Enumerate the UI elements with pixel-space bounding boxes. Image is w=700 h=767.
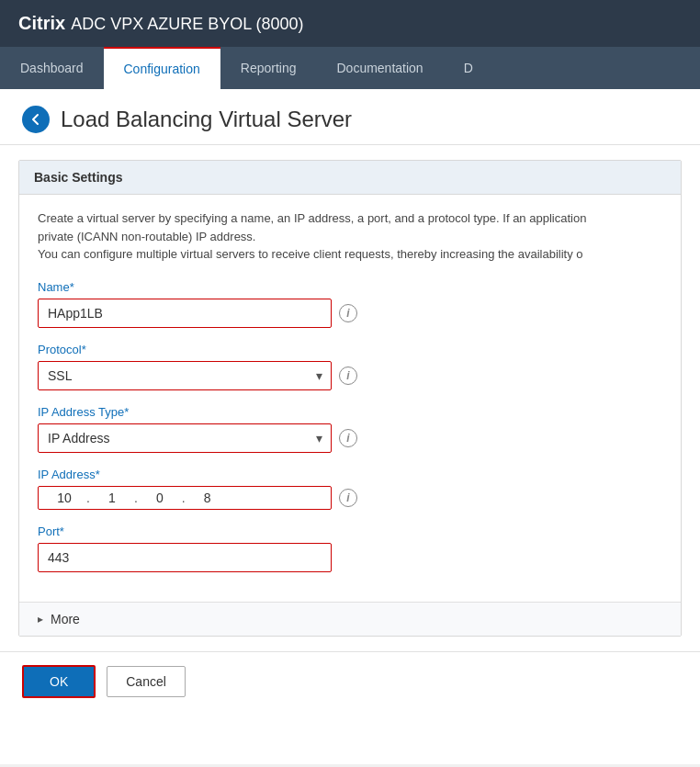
- back-arrow-icon: [28, 112, 43, 127]
- tab-reporting[interactable]: Reporting: [220, 47, 317, 89]
- ip-octet-4[interactable]: [189, 491, 226, 505]
- protocol-field-row: SSL HTTP HTTPS TCP UDP i: [38, 361, 662, 390]
- cancel-button[interactable]: Cancel: [107, 666, 186, 697]
- ip-address-type-select-wrapper: IP Address Non Addressable: [38, 423, 332, 453]
- more-arrow-icon: ▸: [38, 613, 43, 626]
- protocol-select[interactable]: SSL HTTP HTTPS TCP UDP: [38, 361, 332, 390]
- ip-address-type-field-group: IP Address Type* IP Address Non Addressa…: [38, 405, 662, 453]
- protocol-field-group: Protocol* SSL HTTP HTTPS TCP UDP i: [38, 343, 662, 390]
- name-label: Name*: [38, 280, 662, 294]
- tab-more[interactable]: D: [444, 47, 493, 89]
- page-title: Load Balancing Virtual Server: [61, 107, 352, 132]
- ip-address-field-group: IP Address* . . . i: [38, 468, 662, 510]
- content-area: Basic Settings Create a virtual server b…: [0, 160, 700, 729]
- ip-octet-3[interactable]: [141, 491, 178, 505]
- ok-button[interactable]: OK: [22, 665, 96, 698]
- port-label: Port*: [38, 524, 662, 538]
- protocol-info-icon[interactable]: i: [339, 367, 357, 385]
- more-section[interactable]: ▸ More: [19, 602, 681, 636]
- section-description: Create a virtual server by specifying a …: [38, 209, 662, 264]
- section-title: Basic Settings: [19, 161, 681, 195]
- protocol-select-wrapper: SSL HTTP HTTPS TCP UDP: [38, 361, 332, 390]
- ip-address-type-info-icon[interactable]: i: [339, 429, 357, 447]
- protocol-label: Protocol*: [38, 343, 662, 356]
- name-input[interactable]: [38, 299, 332, 328]
- ip-address-type-field-row: IP Address Non Addressable i: [38, 423, 662, 453]
- ip-address-info-icon[interactable]: i: [339, 489, 357, 507]
- tab-documentation[interactable]: Documentation: [316, 47, 443, 89]
- description-line1: Create a virtual server by specifying a …: [38, 211, 586, 225]
- description-line2: private (ICANN non-routable) IP address.: [38, 230, 255, 243]
- brand: Citrix ADC VPX AZURE BYOL (8000): [18, 13, 304, 34]
- port-field-row: [38, 543, 662, 572]
- ip-octet-1[interactable]: [46, 491, 83, 505]
- more-label: More: [51, 612, 80, 626]
- description-line3: You can configure multiple virtual serve…: [38, 247, 583, 261]
- ip-octet-2[interactable]: [94, 491, 130, 505]
- back-button[interactable]: [22, 106, 50, 133]
- nav-tabs: Dashboard Configuration Reporting Docume…: [0, 47, 700, 89]
- ip-address-label: IP Address*: [38, 468, 662, 481]
- ip-dot-3: .: [182, 491, 186, 505]
- ip-address-type-select[interactable]: IP Address Non Addressable: [38, 423, 332, 453]
- name-info-icon[interactable]: i: [339, 304, 357, 322]
- ip-address-field-row: . . . i: [38, 486, 662, 510]
- tab-configuration[interactable]: Configuration: [104, 47, 220, 89]
- port-input[interactable]: [38, 543, 332, 572]
- brand-citrix: Citrix: [18, 13, 65, 34]
- brand-rest: ADC VPX AZURE BYOL (8000): [71, 15, 303, 34]
- ip-address-type-label: IP Address Type*: [38, 405, 662, 419]
- page-container: Load Balancing Virtual Server Basic Sett…: [0, 89, 700, 764]
- buttons-area: OK Cancel: [0, 651, 700, 711]
- section-body: Create a virtual server by specifying a …: [19, 195, 681, 602]
- ip-dot-1: .: [86, 491, 90, 505]
- page-title-area: Load Balancing Virtual Server: [0, 89, 700, 145]
- port-field-group: Port*: [38, 524, 662, 572]
- ip-dot-2: .: [134, 491, 138, 505]
- name-field-group: Name* i: [38, 280, 662, 328]
- ip-address-input-group: . . .: [38, 486, 332, 510]
- header: Citrix ADC VPX AZURE BYOL (8000): [0, 0, 700, 47]
- name-field-row: i: [38, 299, 662, 328]
- basic-settings-section: Basic Settings Create a virtual server b…: [18, 160, 682, 637]
- tab-dashboard[interactable]: Dashboard: [0, 47, 104, 89]
